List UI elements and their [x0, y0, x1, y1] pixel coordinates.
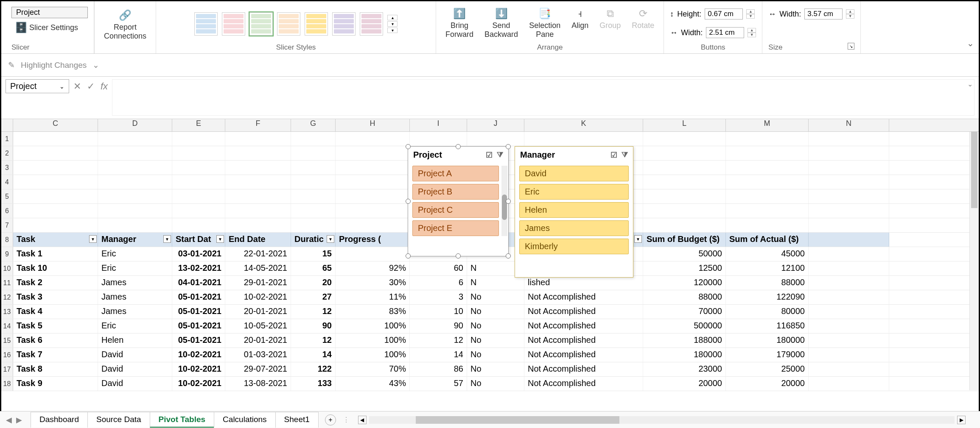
cell[interactable]: Task 2 [13, 276, 98, 290]
cell[interactable] [13, 204, 98, 218]
send-backward-button[interactable]: ⬇️Send Backward [481, 7, 521, 40]
cell[interactable]: 90 [291, 319, 336, 333]
cell[interactable]: 05-01-2021 [172, 290, 225, 304]
vertical-scrollbar[interactable] [969, 132, 979, 390]
cell[interactable]: 10 [410, 305, 467, 319]
name-box[interactable]: Project⌄ [6, 79, 69, 93]
cancel-formula-button[interactable]: ✕ [73, 81, 81, 92]
cell[interactable]: No [467, 319, 524, 333]
cell[interactable]: 20000 [643, 377, 726, 391]
filter-button[interactable]: ▼ [163, 235, 171, 243]
row-header[interactable]: 16 [1, 348, 13, 362]
table-header-cell[interactable]: Sum of Actual ($) [726, 233, 809, 247]
filter-button[interactable]: ▼ [89, 235, 97, 243]
cell[interactable]: 05-01-2021 [172, 305, 225, 319]
row-header[interactable]: 9 [1, 247, 13, 261]
cell[interactable] [336, 247, 410, 261]
sheet-tab[interactable]: Source Data [87, 412, 150, 428]
cell[interactable] [172, 132, 225, 146]
cell[interactable]: 12100 [726, 261, 809, 275]
slicer-item[interactable]: Project E [412, 220, 499, 236]
sheet-tab[interactable]: Pivot Tables [150, 412, 215, 428]
cell[interactable] [98, 175, 172, 189]
filter-button[interactable]: ▼ [216, 235, 224, 243]
cell[interactable]: Task 4 [13, 305, 98, 319]
cell[interactable]: 122090 [726, 290, 809, 304]
selection-pane-button[interactable]: 📑Selection Pane [526, 7, 564, 40]
slicer-item[interactable]: James [519, 220, 629, 236]
cell[interactable]: Helen [98, 334, 172, 347]
cell[interactable] [225, 175, 291, 189]
table-header-cell[interactable]: Progress ( [336, 233, 410, 247]
row-header[interactable]: 13 [1, 305, 13, 319]
cell[interactable] [98, 204, 172, 218]
cell[interactable]: 57 [410, 377, 467, 391]
cell[interactable]: David [98, 362, 172, 376]
multiselect-icon[interactable]: ☑ [486, 150, 493, 160]
table-header-cell[interactable]: Manager▼ [98, 233, 172, 247]
cell[interactable] [336, 132, 410, 146]
cell[interactable]: 60 [410, 261, 467, 275]
row-header[interactable]: 5 [1, 189, 13, 203]
cell[interactable] [809, 247, 889, 261]
cell[interactable] [809, 218, 889, 232]
cell[interactable]: 100% [336, 348, 410, 362]
cell[interactable] [172, 218, 225, 232]
cell[interactable]: 65 [291, 261, 336, 275]
cell[interactable]: 29-07-2021 [225, 362, 291, 376]
row-header[interactable]: 17 [1, 362, 13, 376]
cell[interactable]: 188000 [643, 334, 726, 347]
cell[interactable]: Task 3 [13, 290, 98, 304]
cell[interactable]: No [467, 348, 524, 362]
cell[interactable] [809, 175, 889, 189]
slicer-item[interactable]: David [519, 166, 629, 181]
cell[interactable] [809, 362, 889, 376]
sheet-tab[interactable]: Calculations [214, 412, 276, 428]
cell[interactable]: 43% [336, 377, 410, 391]
column-header[interactable]: K [524, 119, 643, 131]
table-header-cell[interactable]: Duratic▼ [291, 233, 336, 247]
cell[interactable] [524, 132, 643, 146]
cell[interactable]: Not Accomplished [524, 362, 643, 376]
cell[interactable] [726, 218, 809, 232]
cell[interactable]: Task 5 [13, 319, 98, 333]
slicer-settings-button[interactable]: 🗄️ Slicer Settings [11, 21, 81, 34]
cell[interactable] [726, 204, 809, 218]
cell[interactable]: 120000 [643, 276, 726, 290]
cell[interactable] [291, 132, 336, 146]
cell[interactable] [225, 161, 291, 175]
cell[interactable] [809, 132, 889, 146]
cell[interactable] [726, 189, 809, 203]
cell[interactable] [336, 161, 410, 175]
cell[interactable] [291, 189, 336, 203]
cell[interactable]: 3 [410, 290, 467, 304]
cell[interactable]: Task 1 [13, 247, 98, 261]
tab-prev-button[interactable]: ◀ [6, 415, 12, 425]
cell[interactable] [225, 218, 291, 232]
row-header[interactable]: 7 [1, 218, 13, 232]
slicer-item[interactable]: Project A [412, 166, 499, 181]
cell[interactable]: 27 [291, 290, 336, 304]
select-all-corner[interactable] [1, 119, 13, 131]
cell[interactable]: 88000 [643, 290, 726, 304]
cell[interactable]: 90 [410, 319, 467, 333]
cell[interactable] [467, 132, 524, 146]
cell[interactable]: 12 [291, 334, 336, 347]
slicer-caption-input[interactable]: Project [11, 7, 88, 18]
cell[interactable]: 80000 [726, 305, 809, 319]
cell[interactable] [225, 132, 291, 146]
cell[interactable] [172, 189, 225, 203]
cell[interactable] [726, 161, 809, 175]
cell[interactable]: 500000 [643, 319, 726, 333]
cell[interactable]: 20-01-2021 [225, 305, 291, 319]
bring-forward-button[interactable]: ⬆️Bring Forward [442, 7, 477, 40]
cell[interactable]: lished [524, 276, 643, 290]
cell[interactable]: James [98, 305, 172, 319]
cell[interactable]: 03-01-2021 [172, 247, 225, 261]
cell[interactable] [726, 132, 809, 146]
cell[interactable]: 20-01-2021 [225, 334, 291, 347]
cell[interactable]: Not Accomplished [524, 290, 643, 304]
cell[interactable]: 10-02-2021 [172, 362, 225, 376]
row-header[interactable]: 18 [1, 377, 13, 391]
slicer-item[interactable]: Helen [519, 202, 629, 218]
